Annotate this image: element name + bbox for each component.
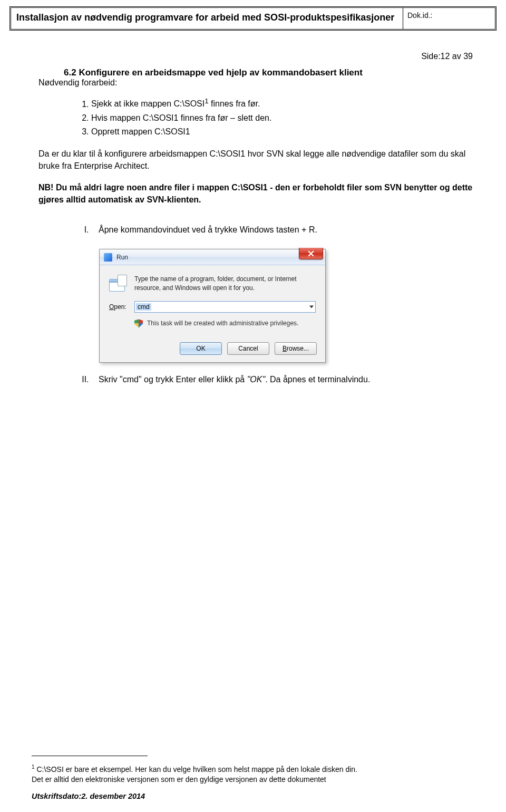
page-number: Side:12 av 39 bbox=[38, 52, 473, 61]
open-label: Open: bbox=[109, 303, 134, 311]
open-input[interactable]: cmd bbox=[134, 301, 316, 313]
body-paragraph: Da er du klar til å konfigurere arbeidsm… bbox=[38, 148, 473, 172]
intro-label: Nødvendig forarbeid: bbox=[38, 78, 117, 87]
steps-list-cont: Skriv "cmd" og trykk Enter eller klikk p… bbox=[91, 373, 473, 386]
footnote-separator bbox=[32, 756, 148, 756]
list-item: Skriv "cmd" og trykk Enter eller klikk p… bbox=[91, 373, 473, 386]
cancel-button[interactable]: Cancel bbox=[227, 342, 269, 355]
section-title: Konfigurere en arbeidsmappe ved hjelp av… bbox=[79, 67, 362, 78]
dokid-label: Dok.id.: bbox=[403, 8, 495, 29]
section-number: 6.2 bbox=[64, 67, 76, 78]
precheck-list: Sjekk at ikke mappen C:\SOSI1 finnes fra… bbox=[91, 96, 473, 138]
list-item: Hvis mappen C:\SOSI1 finnes fra før – sl… bbox=[91, 112, 473, 124]
open-value: cmd bbox=[136, 303, 151, 311]
run-icon bbox=[104, 253, 112, 262]
run-dialog: Run Type the name of a program, folder, … bbox=[99, 249, 326, 363]
ok-button[interactable]: OK bbox=[180, 342, 222, 355]
page-header: Installasjon av nødvendig programvare fo… bbox=[9, 6, 497, 31]
footnote: 1 C:\SOSI er bare et eksempel. Her kan d… bbox=[32, 763, 474, 774]
steps-list: Åpne kommandovinduet ved å trykke Window… bbox=[91, 224, 473, 236]
close-icon bbox=[308, 250, 314, 257]
disclaimer: Det er alltid den elektroniske versjonen… bbox=[32, 775, 474, 784]
list-item: Sjekk at ikke mappen C:\SOSI1 finnes fra… bbox=[91, 96, 473, 110]
list-item: Åpne kommandovinduet ved å trykke Window… bbox=[91, 224, 473, 236]
run-description: Type the name of a program, folder, docu… bbox=[134, 275, 316, 293]
chevron-down-icon[interactable] bbox=[309, 306, 314, 308]
section-block: 6.2 Konfigurere en arbeidsmappe ved hjel… bbox=[38, 67, 473, 88]
run-title: Run bbox=[116, 254, 128, 261]
document-title: Installasjon av nødvendig programvare fo… bbox=[11, 8, 403, 29]
nb-warning: NB! Du må aldri lagre noen andre filer i… bbox=[38, 181, 473, 206]
print-date: Utskriftsdato:2. desember 2014 bbox=[32, 792, 474, 800]
run-app-icon bbox=[109, 275, 127, 293]
browse-button[interactable]: Browse... bbox=[275, 342, 317, 355]
close-button[interactable] bbox=[299, 248, 323, 259]
privileges-text: This task will be created with administr… bbox=[147, 320, 298, 327]
shield-icon bbox=[134, 319, 143, 327]
list-item: Opprett mappen C:\SOSI1 bbox=[91, 125, 473, 138]
run-titlebar: Run bbox=[100, 249, 325, 265]
